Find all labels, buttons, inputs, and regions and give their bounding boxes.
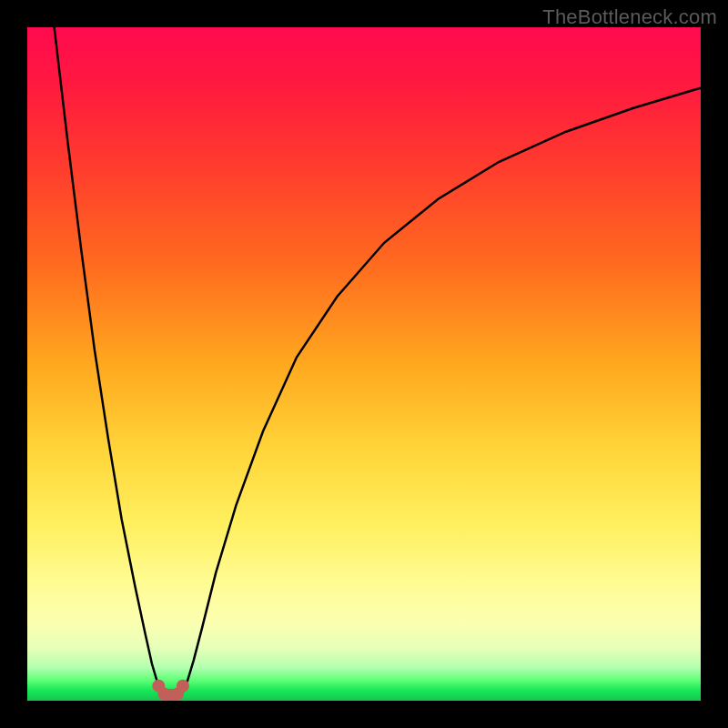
curve-right-branch — [182, 88, 701, 693]
plot-area — [27, 27, 701, 701]
sweet-spot-markers — [152, 680, 189, 701]
sweet-spot-marker — [177, 680, 189, 693]
curve-layer — [27, 27, 701, 701]
chart-canvas: TheBottleneck.com — [0, 0, 728, 728]
watermark-text: TheBottleneck.com — [542, 5, 717, 29]
curve-left-branch — [55, 27, 162, 693]
bottleneck-curve — [55, 27, 701, 693]
